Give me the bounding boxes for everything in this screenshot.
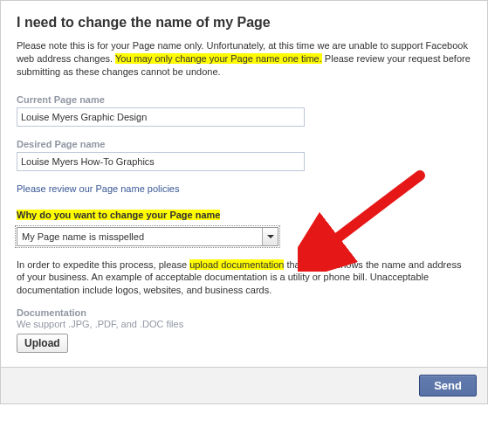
desired-name-label: Desired Page name [17,139,471,149]
policies-link[interactable]: Please review our Page name policies [17,183,180,194]
expedite-part1: In order to expedite this process, pleas… [17,259,189,270]
question-label: Why do you want to change your Page name [17,210,220,220]
question-block: Why do you want to change your Page name [17,210,471,220]
policies-block: Please review our Page name policies [17,183,471,194]
current-name-field: Current Page name [17,94,471,127]
intro-text: Please note this is for your Page name o… [17,39,471,79]
documentation-hint: We support .JPG, .PDF, and .DOC files [17,319,471,329]
expedite-text: In order to expedite this process, pleas… [17,258,471,298]
form-panel: I need to change the name of my Page Ple… [0,0,488,368]
footer-bar: Send [0,368,488,404]
expedite-highlight: upload documentation [189,259,284,270]
desired-name-input[interactable] [17,152,305,171]
current-name-label: Current Page name [17,94,471,105]
intro-highlight: You may only change your Page name one t… [115,53,322,64]
reason-select[interactable] [17,227,278,246]
desired-name-field: Desired Page name [17,139,471,171]
page-title: I need to change the name of my Page [17,15,471,31]
upload-button[interactable]: Upload [17,334,68,353]
send-button[interactable]: Send [419,375,477,396]
reason-select-wrap [17,227,278,246]
documentation-block: Documentation We support .JPG, .PDF, and… [17,307,471,353]
documentation-label: Documentation [17,307,471,318]
current-name-input[interactable] [17,107,305,127]
